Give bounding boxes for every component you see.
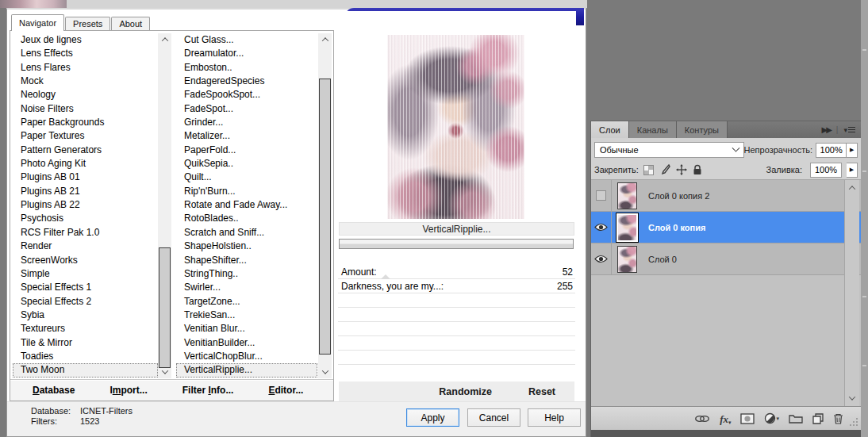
layer-row[interactable]: Слой 0 — [591, 243, 861, 275]
category-item[interactable]: Jeux de lignes — [13, 33, 158, 47]
fx-icon[interactable]: fx▾ — [720, 412, 731, 426]
filter-item[interactable]: Metalizer... — [176, 129, 317, 143]
preview-image[interactable] — [387, 35, 524, 219]
lock-all-icon[interactable] — [693, 164, 702, 175]
category-item[interactable]: Render — [13, 240, 158, 253]
layer-row[interactable]: Слой 0 копия — [591, 212, 861, 243]
tab-channels[interactable]: Каналы — [629, 121, 677, 138]
category-item[interactable]: RCS Filter Pak 1.0 — [13, 226, 158, 240]
scroll-up-icon[interactable] — [318, 33, 332, 46]
filter-item[interactable]: ShapeHolstien.. — [176, 240, 317, 253]
randomize-button[interactable]: Randomize — [439, 386, 492, 397]
collapse-panel-icon[interactable]: ▶▶ — [821, 125, 830, 134]
mask-icon[interactable] — [740, 413, 755, 424]
layer-name[interactable]: Слой 0 копия 2 — [648, 191, 709, 201]
scroll-up-icon[interactable] — [845, 182, 859, 194]
eye-icon[interactable] — [594, 223, 608, 232]
fill-slider-arrow-icon[interactable]: ▶ — [847, 163, 858, 178]
tab-presets[interactable]: Presets — [65, 17, 110, 31]
filter-item[interactable]: VerticalChopBlur... — [176, 350, 317, 363]
filter-item[interactable]: ShapeShifter... — [176, 254, 317, 267]
slider-row[interactable]: Darkness, you are my...:255 — [338, 279, 575, 293]
layer-thumbnail-cell[interactable] — [612, 182, 642, 209]
filter-item[interactable]: FadeSpookSpot... — [176, 88, 317, 102]
tab-about[interactable]: About — [111, 17, 150, 31]
filter-item[interactable]: TargetZone... — [176, 295, 317, 309]
filter-item[interactable]: StringThing.. — [176, 267, 317, 281]
filter-item[interactable]: Grinder... — [176, 116, 317, 129]
scroll-down-icon[interactable] — [318, 366, 332, 378]
layer-name[interactable]: Слой 0 — [648, 255, 677, 264]
filter-item[interactable]: FadeSpot... — [176, 102, 317, 116]
category-item[interactable]: Textureurs — [13, 322, 158, 335]
filter-item[interactable]: Rotate and Fade Away... — [176, 198, 317, 212]
category-item[interactable]: Psychosis — [13, 212, 158, 225]
category-item[interactable]: Two Moon — [13, 363, 158, 377]
filter-list-scrollbar[interactable] — [318, 33, 332, 378]
category-item[interactable]: Plugins AB 21 — [13, 185, 158, 198]
category-item[interactable]: Pattern Generators — [13, 144, 158, 157]
scroll-down-icon[interactable] — [158, 366, 171, 378]
category-item[interactable]: Sybia — [13, 309, 158, 322]
database-button[interactable]: Database — [33, 385, 75, 396]
transparency-lock-icon[interactable] — [643, 165, 654, 175]
filter-item[interactable]: Rip'n'Burn... — [176, 185, 317, 198]
eye-icon[interactable] — [594, 255, 608, 263]
scrollbar-thumb[interactable] — [159, 247, 171, 368]
filter-item[interactable]: Cut Glass... — [176, 33, 317, 47]
trash-icon[interactable] — [833, 413, 843, 424]
blend-mode-select[interactable]: Обычные — [594, 142, 744, 158]
category-item[interactable]: Lens Effects — [13, 47, 158, 60]
category-list[interactable]: Jeux de lignesLens EffectsLens FlaresMoc… — [13, 33, 158, 378]
filter-item[interactable]: Quilt... — [176, 171, 317, 184]
category-item[interactable]: ScreenWorks — [13, 254, 158, 267]
category-item[interactable]: Plugins AB 01 — [13, 171, 158, 184]
help-button[interactable]: Help — [528, 408, 581, 427]
panel-menu-icon[interactable]: ▾ — [843, 126, 855, 134]
filter-item[interactable]: Dreamulator... — [176, 47, 317, 60]
import-button[interactable]: Import... — [109, 385, 147, 396]
cancel-button[interactable]: Cancel — [467, 408, 520, 427]
apply-button[interactable]: Apply — [406, 408, 459, 427]
filter-item[interactable]: Venitian Blur... — [176, 322, 317, 335]
category-item[interactable]: Lens Flares — [13, 61, 158, 75]
scroll-down-icon[interactable] — [845, 392, 859, 404]
layer-thumbnail[interactable] — [617, 182, 637, 209]
layer-thumbnail-cell[interactable] — [612, 246, 642, 273]
category-item[interactable]: Tile & Mirror — [13, 336, 158, 350]
filter-item[interactable]: PaperFold... — [176, 144, 317, 157]
layer-thumbnail[interactable] — [617, 246, 637, 273]
layers-scrollbar[interactable] — [844, 180, 859, 406]
scroll-up-icon[interactable] — [158, 33, 171, 46]
category-item[interactable]: Paper Backgrounds — [13, 116, 158, 129]
category-item[interactable]: Toadies — [13, 350, 158, 363]
hidden-layer-box[interactable] — [596, 190, 606, 201]
filter-item[interactable]: VerticalRipplie... — [176, 363, 317, 377]
category-item[interactable]: Special Effects 1 — [13, 281, 158, 294]
filter-item[interactable]: RotoBlades.. — [176, 212, 317, 225]
opacity-slider-arrow-icon[interactable]: ▶ — [847, 143, 858, 158]
category-item[interactable]: Noise Filters — [13, 102, 158, 116]
move-lock-icon[interactable] — [676, 164, 687, 175]
layer-thumbnail[interactable] — [616, 213, 639, 243]
category-item[interactable]: Neology — [13, 88, 158, 102]
editor-button[interactable]: Editor... — [268, 385, 303, 396]
opacity-input[interactable]: 100% — [816, 143, 847, 158]
reset-button[interactable]: Reset — [528, 386, 555, 397]
layer-row[interactable]: Слой 0 копия 2 — [591, 180, 861, 212]
link-icon[interactable] — [694, 414, 710, 424]
filter-item[interactable]: Swirler... — [176, 281, 317, 294]
visibility-toggle[interactable] — [591, 180, 612, 211]
tab-paths[interactable]: Контуры — [677, 121, 728, 138]
category-item[interactable]: Photo Aging Kit — [13, 157, 158, 171]
panel-resize-grip[interactable] — [849, 417, 858, 427]
filter-item[interactable]: QuikSepia.. — [176, 157, 317, 171]
filter-item[interactable]: Emboston.. — [176, 61, 317, 75]
visibility-toggle[interactable] — [591, 212, 612, 243]
filter-item[interactable]: EndageredSpecies — [176, 75, 317, 88]
scrollbar-thumb[interactable] — [319, 79, 331, 355]
tab-layers[interactable]: Слои — [591, 121, 629, 138]
fill-input[interactable]: 100% — [810, 163, 842, 178]
brush-lock-icon[interactable] — [659, 164, 670, 175]
folder-icon[interactable] — [789, 413, 803, 424]
